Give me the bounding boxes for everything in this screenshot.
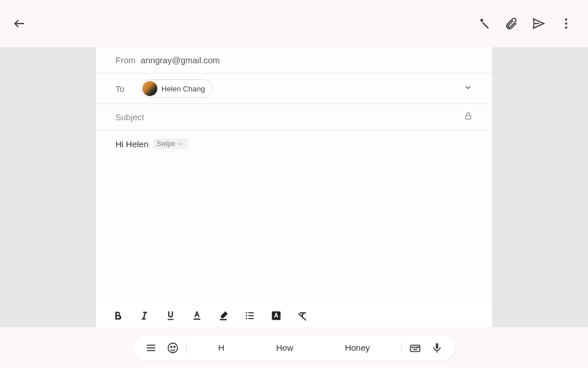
compose-body[interactable]: Hi Helen Swipe → <box>96 131 492 157</box>
svg-point-19 <box>174 346 175 347</box>
svg-point-21 <box>412 347 413 347</box>
text-color-button[interactable] <box>190 309 204 323</box>
suggestion-1[interactable]: H <box>207 343 236 352</box>
svg-point-11 <box>246 318 247 320</box>
svg-rect-8 <box>249 312 254 313</box>
highlight-button[interactable] <box>216 309 230 323</box>
svg-point-7 <box>246 312 247 314</box>
mic-icon[interactable] <box>430 342 444 354</box>
magic-wand-icon[interactable] <box>474 14 493 33</box>
svg-rect-1 <box>482 22 489 29</box>
svg-point-23 <box>416 347 417 347</box>
svg-rect-6 <box>466 116 471 119</box>
bold-button[interactable] <box>111 309 125 323</box>
emoji-icon[interactable] <box>165 342 180 354</box>
send-button[interactable] <box>529 14 548 33</box>
from-label: From <box>115 55 141 65</box>
top-bar-right <box>474 14 578 33</box>
more-menu-icon[interactable] <box>557 14 575 33</box>
svg-point-5 <box>565 26 567 29</box>
chevron-down-icon[interactable] <box>463 83 473 94</box>
recipient-chip[interactable]: Helen Chang <box>141 79 212 98</box>
bullet-list-button[interactable] <box>243 309 257 323</box>
keyboard-icon[interactable] <box>408 342 423 354</box>
from-row[interactable]: From anngray@gmail.com <box>96 47 492 74</box>
swipe-hint: Swipe → <box>153 139 188 149</box>
body-text: Hi Helen <box>115 139 149 149</box>
subject-placeholder: Subject <box>115 112 144 122</box>
font-button[interactable] <box>269 309 283 323</box>
svg-point-9 <box>246 315 247 317</box>
svg-rect-20 <box>411 345 420 351</box>
to-label: To <box>115 84 141 94</box>
recipient-name: Helen Chang <box>161 85 205 93</box>
format-toolbar <box>96 304 492 327</box>
back-button[interactable] <box>10 14 29 33</box>
suggestion-items: H How Honey <box>192 343 396 352</box>
svg-point-3 <box>565 18 567 21</box>
keyboard-strip: H How Honey <box>0 327 588 368</box>
svg-point-18 <box>171 346 172 347</box>
suggestion-3[interactable]: Honey <box>334 343 381 352</box>
svg-point-24 <box>418 347 419 347</box>
italic-button[interactable] <box>137 309 151 323</box>
underline-button[interactable] <box>164 309 177 323</box>
svg-rect-10 <box>249 315 254 316</box>
divider <box>401 342 402 354</box>
svg-point-4 <box>565 22 567 25</box>
suggestion-2[interactable]: How <box>265 343 305 352</box>
from-value: anngray@gmail.com <box>141 55 220 65</box>
avatar <box>142 81 157 96</box>
lock-icon[interactable] <box>464 112 473 122</box>
hamburger-icon[interactable] <box>144 342 158 354</box>
subject-row[interactable]: Subject <box>96 104 492 131</box>
top-bar <box>0 0 588 47</box>
svg-rect-12 <box>249 318 254 319</box>
svg-point-17 <box>168 343 178 352</box>
divider <box>186 342 187 354</box>
top-bar-left <box>10 14 29 33</box>
svg-point-22 <box>414 347 415 347</box>
suggestion-bar: H How Honey <box>133 335 455 361</box>
clear-format-button[interactable] <box>296 309 310 323</box>
to-row[interactable]: To Helen Chang <box>96 74 492 104</box>
compose-card: From anngray@gmail.com To Helen Chang Su… <box>96 47 492 304</box>
svg-rect-26 <box>436 343 439 348</box>
attach-icon[interactable] <box>502 14 520 33</box>
